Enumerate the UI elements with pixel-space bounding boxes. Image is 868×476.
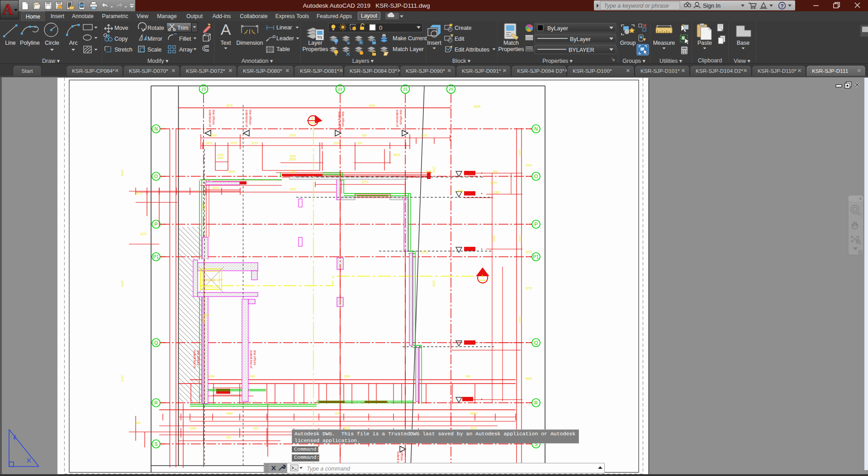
svg-text:3270: 3270: [526, 250, 532, 254]
svg-text:R: R: [154, 400, 158, 405]
svg-text:offices: offices: [400, 452, 403, 461]
svg-text:Rotate: Rotate: [147, 25, 164, 31]
svg-text:Stretch: Stretch: [114, 47, 133, 53]
svg-text:FIREMAN LIFT: FIREMAN LIFT: [203, 278, 223, 282]
svg-text:Table: Table: [276, 46, 290, 52]
svg-text:Properties: Properties: [498, 46, 524, 52]
svg-text:1500: 1500: [519, 149, 522, 156]
svg-text:1500: 1500: [121, 170, 124, 176]
svg-text:8505: 8505: [526, 377, 532, 380]
svg-text:4460: 4460: [190, 427, 197, 430]
svg-text:8505: 8505: [474, 105, 481, 108]
svg-text:N: N: [154, 126, 158, 132]
svg-text:Linear: Linear: [276, 24, 292, 31]
svg-text:Dimension: Dimension: [236, 40, 263, 46]
svg-text:Line: Line: [5, 40, 16, 46]
svg-text:1500: 1500: [519, 235, 522, 242]
svg-text:4975: 4975: [226, 104, 233, 107]
svg-text:Make Current: Make Current: [393, 35, 427, 42]
svg-text:2825: 2825: [289, 155, 296, 158]
svg-text:2825: 2825: [289, 134, 296, 137]
svg-text:4460: 4460: [369, 104, 375, 107]
svg-text:A: A: [221, 21, 231, 38]
svg-text:extent of: extent of: [397, 452, 400, 464]
svg-text:23: 23: [201, 87, 206, 91]
svg-text:1500: 1500: [333, 141, 340, 145]
svg-text:line offices: line offices: [399, 110, 403, 125]
svg-text:0: 0: [379, 24, 382, 31]
svg-text:1500: 1500: [210, 134, 217, 137]
svg-text:1500: 1500: [432, 166, 436, 173]
svg-text:3270: 3270: [526, 287, 532, 290]
svg-text:Match: Match: [503, 40, 519, 46]
svg-text:P1: P1: [533, 254, 539, 259]
svg-text:BYLAYER: BYLAYER: [569, 47, 594, 53]
svg-text:1500: 1500: [202, 316, 205, 323]
svg-text:Sign In: Sign In: [703, 3, 721, 9]
svg-text:8505: 8505: [470, 412, 477, 415]
svg-text:150: 150: [226, 436, 231, 439]
svg-text:R: R: [534, 400, 538, 405]
svg-text:900: 900: [362, 134, 367, 137]
svg-text:Type a keyword or phrase: Type a keyword or phrase: [604, 3, 669, 9]
svg-text:Leader: Leader: [276, 35, 294, 42]
svg-text:extension of: extension of: [245, 110, 248, 127]
svg-text:Properties: Properties: [303, 46, 328, 52]
svg-text:150: 150: [335, 412, 340, 415]
svg-text:1500: 1500: [121, 280, 124, 287]
svg-text:22: 22: [338, 87, 342, 91]
svg-text:S: S: [154, 441, 157, 447]
svg-text:Scale: Scale: [147, 47, 161, 53]
svg-text:1060: 1060: [249, 375, 256, 378]
svg-text:Insert: Insert: [427, 40, 441, 46]
svg-text:line offices: line offices: [342, 112, 345, 127]
svg-text:?: ?: [781, 3, 784, 9]
svg-text:extent line of: extent line of: [193, 350, 196, 368]
svg-text:Q: Q: [154, 340, 158, 345]
svg-text:1060: 1060: [493, 191, 500, 194]
svg-text:Group: Group: [620, 40, 636, 46]
svg-text:Measure: Measure: [653, 40, 675, 46]
svg-text:1375: 1375: [421, 250, 427, 254]
svg-text:1375: 1375: [421, 134, 427, 137]
svg-text:Arc: Arc: [69, 40, 78, 46]
svg-text:Base: Base: [737, 40, 750, 46]
svg-text:1500: 1500: [121, 375, 124, 382]
svg-text:Paste: Paste: [697, 40, 712, 46]
svg-text:ByLayer: ByLayer: [547, 25, 568, 32]
svg-text:line offices: line offices: [249, 110, 252, 125]
svg-text:Layer: Layer: [308, 40, 322, 46]
svg-text:Create: Create: [455, 25, 472, 31]
svg-text:extension of: extension of: [396, 110, 399, 127]
svg-text:1500: 1500: [526, 164, 532, 167]
svg-text:1060: 1060: [289, 170, 296, 173]
svg-text:Polyline: Polyline: [20, 40, 40, 46]
svg-text:900: 900: [466, 375, 471, 378]
svg-text:Type a command: Type a command: [307, 466, 351, 472]
svg-text:8505: 8505: [289, 158, 296, 161]
svg-text:P: P: [154, 222, 157, 227]
svg-text:2825: 2825: [228, 170, 235, 173]
svg-text:extension of: extension of: [209, 110, 212, 127]
svg-text:Trim: Trim: [177, 25, 189, 31]
svg-text:2825: 2825: [457, 189, 464, 193]
svg-text:3270: 3270: [140, 232, 147, 236]
svg-text:line offices: line offices: [197, 350, 200, 365]
svg-text:Match Layer: Match Layer: [393, 46, 424, 52]
svg-text:900: 900: [253, 427, 258, 430]
svg-text:8505: 8505: [394, 153, 400, 156]
svg-text:3270: 3270: [362, 180, 369, 184]
svg-text:2825: 2825: [425, 170, 432, 173]
svg-text:Array: Array: [179, 47, 193, 53]
svg-text:Edit Attributes: Edit Attributes: [455, 47, 489, 53]
svg-text:1500: 1500: [289, 188, 296, 191]
svg-text:1500: 1500: [217, 156, 224, 160]
svg-text:1500: 1500: [519, 316, 522, 323]
svg-text:line offices: line offices: [212, 110, 215, 125]
svg-text:Edit: Edit: [455, 36, 465, 42]
svg-text:extent line of: extent line of: [250, 350, 253, 368]
svg-text:1500: 1500: [493, 235, 496, 242]
svg-text:4975: 4975: [231, 141, 237, 145]
svg-text:N: N: [534, 126, 538, 132]
svg-text:1060: 1060: [217, 153, 224, 156]
